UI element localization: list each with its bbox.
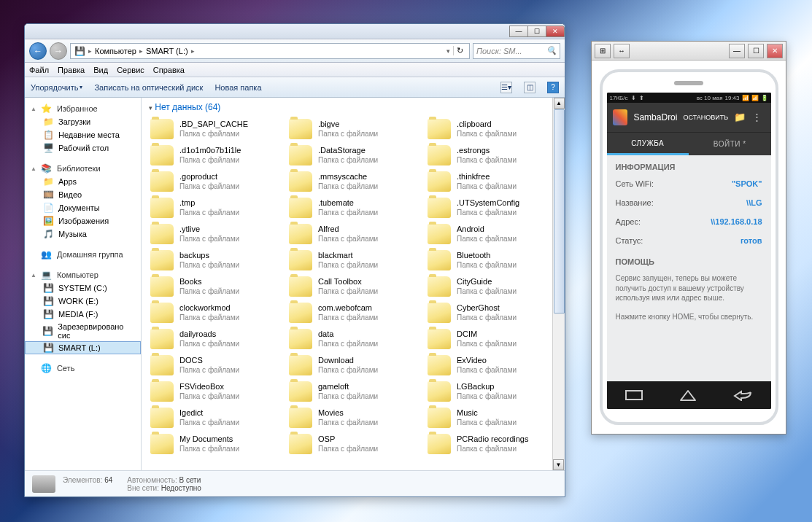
folder-item[interactable]: LGBackupПапка с файлами — [426, 379, 557, 404]
folder-item[interactable]: PCRadio recordingsПапка с файлами — [426, 432, 557, 456]
search-input[interactable]: Поиск: SM... 🔍 — [473, 43, 560, 59]
file-list[interactable]: .BD_SAPI_CACHEПапка с файлами.bigveПапка… — [142, 117, 565, 470]
nav-downloads[interactable]: 📁Загрузки — [25, 115, 141, 128]
folder-item[interactable]: .bigveПапка с файлами — [287, 117, 419, 141]
nav-work-e[interactable]: 💾WORK (E:) — [25, 295, 141, 308]
nav-smart-l[interactable]: 💾SMART (L:) — [25, 341, 141, 354]
folder-item[interactable]: gameloftПапка с файлами — [287, 379, 419, 404]
stop-button[interactable]: ОСТАНОВИТЬ — [683, 114, 728, 121]
folder-item[interactable]: .UTSystemConfigПапка с файлами — [426, 195, 557, 220]
menu-file[interactable]: Файл — [29, 66, 49, 74]
nav-forward-button[interactable]: → — [50, 42, 67, 60]
folder-item[interactable]: dailyroadsПапка с файлами — [149, 327, 280, 351]
folder-item[interactable]: .goproductПапка с файлами — [149, 169, 280, 194]
network-group[interactable]: ▲🌐Сеть — [25, 362, 141, 375]
address-bar[interactable]: 💾 ▸ Компьютер ▸ SMART (L:) ▸ ▾ ↻ — [70, 43, 470, 59]
close-button[interactable]: ✕ — [546, 26, 565, 37]
nav-reserved[interactable]: 💾Зарезервировано сис — [25, 321, 141, 341]
folder-item[interactable]: clockworkmodПапка с файлами — [149, 300, 280, 325]
nav-recent[interactable]: 📋Недавние места — [25, 128, 141, 141]
nav-media-f[interactable]: 💾MEDIA (F:) — [25, 308, 141, 321]
folder-item[interactable]: backupsПапка с файлами — [149, 248, 280, 273]
folder-item[interactable]: .clipboardПапка с файлами — [426, 117, 557, 141]
help-icon[interactable]: ? — [547, 82, 559, 93]
folder-item[interactable]: DownloadПапка с файлами — [287, 353, 419, 378]
nav-system-c[interactable]: 💾SYSTEM (C:) — [25, 281, 141, 295]
scroll-up-button[interactable]: ▲ — [554, 98, 565, 109]
content-header[interactable]: ▾ Нет данных (64) — [142, 98, 565, 117]
folder-item[interactable]: BluetoothПапка с файлами — [426, 248, 557, 273]
folder-item[interactable]: My DocumentsПапка с файлами — [149, 432, 280, 456]
phone-minimize-button[interactable]: — — [729, 44, 745, 58]
folder-item[interactable]: .BD_SAPI_CACHEПапка с файлами — [149, 117, 280, 141]
folder-item[interactable]: FSVideoBoxПапка с файлами — [149, 379, 280, 404]
folder-item[interactable]: Call ToolboxПапка с файлами — [287, 274, 419, 299]
computer-group[interactable]: ▲💻Компьютер — [25, 268, 141, 281]
folder-item[interactable]: .tmpПапка с файлами — [149, 195, 280, 220]
burn-button[interactable]: Записать на оптический диск — [94, 83, 203, 92]
breadcrumb-computer[interactable]: Компьютер — [95, 47, 136, 55]
phone-tool-b[interactable]: ↔ — [614, 44, 630, 58]
nav-apps[interactable]: 📁Apps — [25, 175, 141, 188]
nav-pictures[interactable]: 🖼️Изображения — [25, 214, 141, 227]
folder-item[interactable]: .mmsyscacheПапка с файлами — [287, 169, 419, 194]
folder-item[interactable]: DCIMПапка с файлами — [426, 327, 557, 351]
folder-item[interactable]: .estrongsПапка с файлами — [426, 143, 557, 168]
tab-service[interactable]: СЛУЖБА — [607, 133, 689, 155]
folder-item[interactable]: BooksПапка с файлами — [149, 274, 280, 299]
folder-item[interactable]: IgedictПапка с файлами — [149, 405, 280, 430]
folder-item[interactable]: MusicПапка с файлами — [426, 405, 557, 430]
scroll-down-button[interactable]: ▼ — [553, 459, 564, 470]
folder-item[interactable]: com.webofcamПапка с файлами — [287, 300, 419, 325]
folder-item[interactable]: .DataStorageПапка с файлами — [287, 143, 419, 168]
phone-tool-a[interactable]: ⊞ — [595, 44, 611, 58]
folder-item[interactable]: AndroidПапка с файлами — [426, 222, 557, 246]
organize-button[interactable]: Упорядочить ▾ — [31, 83, 82, 92]
preview-pane-icon[interactable]: ◫ — [524, 82, 535, 93]
folder-item[interactable]: .ytliveПапка с файлами — [149, 222, 280, 246]
folder-item[interactable]: MoviesПапка с файлами — [287, 405, 419, 430]
libraries-group[interactable]: ▲📚Библиотеки — [25, 162, 141, 175]
chevron-down-icon[interactable]: ▾ — [446, 47, 450, 55]
recent-apps-button[interactable] — [625, 389, 643, 401]
folder-item[interactable]: CyberGhostПапка с файлами — [426, 300, 557, 325]
folder-item[interactable]: DOCSПапка с файлами — [149, 353, 280, 378]
menu-edit[interactable]: Правка — [58, 66, 85, 74]
menu-help[interactable]: Справка — [153, 66, 185, 74]
nav-desktop[interactable]: 🖥️Рабочий стол — [25, 141, 141, 155]
menu-service[interactable]: Сервис — [117, 66, 144, 74]
nav-back-button[interactable]: ← — [29, 42, 47, 60]
homegroup-group[interactable]: ▲👥Домашняя группа — [25, 248, 141, 261]
folder-item[interactable]: .tubemateПапка с файлами — [287, 195, 419, 220]
phone-maximize-button[interactable]: ☐ — [748, 44, 764, 58]
scrollbar[interactable]: ▲ ▼ — [552, 98, 565, 470]
overflow-icon[interactable]: ⋮ — [752, 112, 765, 123]
folder-item[interactable]: AlfredПапка с файлами — [287, 222, 419, 246]
nav-video[interactable]: 🎞️Видео — [25, 188, 141, 201]
folder-item[interactable]: dataПапка с файлами — [287, 327, 419, 351]
folder-item[interactable]: CityGuideПапка с файлами — [426, 274, 557, 299]
newfolder-button[interactable]: Новая папка — [214, 83, 261, 92]
folder-item[interactable]: ExVideoПапка с файлами — [426, 353, 557, 378]
navigation-pane[interactable]: ▲⭐Избранное 📁Загрузки 📋Недавние места 🖥️… — [25, 98, 142, 470]
favorites-group[interactable]: ▲⭐Избранное — [25, 102, 141, 115]
view-options-icon[interactable]: ☰▾ — [500, 82, 512, 93]
phone-close-button[interactable]: ✕ — [767, 44, 783, 58]
folder-item[interactable]: .d1o1m0o7b1i1leПапка с файлами — [149, 143, 280, 168]
menu-view[interactable]: Вид — [93, 66, 108, 74]
nav-music[interactable]: 🎵Музыка — [25, 227, 141, 241]
folder-action-icon[interactable]: 📁 — [734, 112, 746, 123]
folder-item[interactable]: blackmartПапка с файлами — [287, 248, 419, 273]
tab-login[interactable]: ВОЙТИ * — [689, 133, 771, 155]
nav-documents[interactable]: 📄Документы — [25, 201, 141, 214]
back-button[interactable] — [732, 389, 753, 401]
folder-item[interactable]: OSPПапка с файлами — [287, 432, 419, 456]
scroll-thumb[interactable] — [554, 109, 565, 313]
group-header[interactable]: Нет данных (64) — [155, 102, 220, 112]
home-button[interactable] — [678, 389, 697, 402]
maximize-button[interactable]: ☐ — [527, 26, 546, 37]
minimize-button[interactable]: — — [509, 26, 528, 37]
folder-item[interactable]: .thinkfreeПапка с файлами — [426, 169, 557, 194]
breadcrumb-drive[interactable]: SMART (L:) — [146, 47, 188, 55]
refresh-icon[interactable]: ↻ — [453, 46, 466, 55]
